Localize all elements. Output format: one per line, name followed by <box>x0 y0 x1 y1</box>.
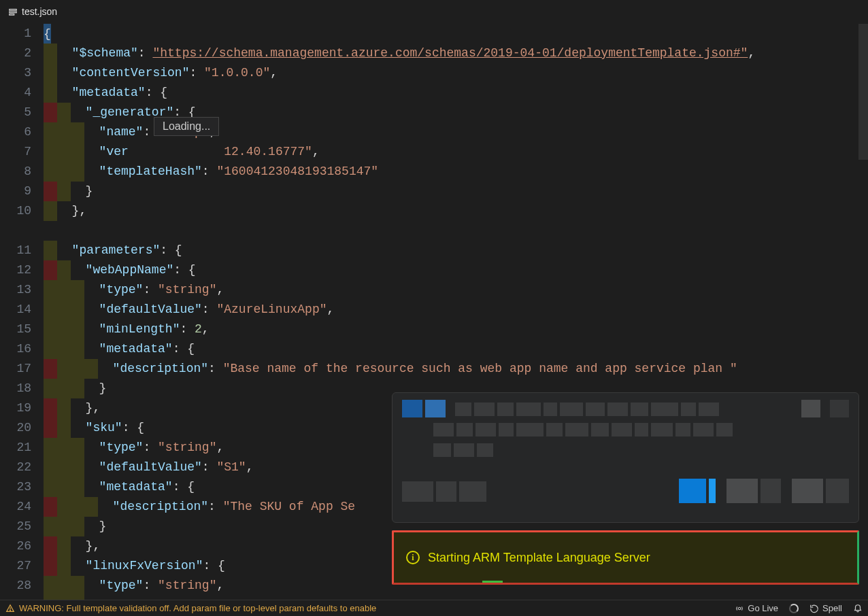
loading-tooltip: Loading... <box>154 117 219 136</box>
svg-point-4 <box>10 610 10 611</box>
redacted-panel <box>392 392 859 523</box>
svg-rect-0 <box>10 10 17 11</box>
tooltip-text: Loading... <box>163 120 210 132</box>
tab-bar: test.json <box>0 0 868 24</box>
notification-toast[interactable]: i Starting ARM Template Language Server <box>392 530 859 585</box>
status-spell[interactable]: Spell <box>809 603 842 613</box>
svg-point-5 <box>739 607 741 610</box>
status-bar: WARNING: Full template validation off. A… <box>0 600 868 616</box>
line-gutter: 1234567891011121314151617181920212223242… <box>0 24 44 600</box>
notification-message: Starting ARM Template Language Server <box>428 551 650 565</box>
info-icon: i <box>406 551 420 564</box>
status-warning-text[interactable]: WARNING: Full template validation off. A… <box>19 603 376 613</box>
file-icon <box>8 7 18 16</box>
svg-rect-1 <box>10 12 17 13</box>
tab-testjson[interactable]: test.json <box>0 0 65 23</box>
progress-bar <box>394 581 857 583</box>
status-go-live[interactable]: Go Live <box>735 603 778 613</box>
status-bell[interactable] <box>853 604 863 613</box>
tab-filename: test.json <box>22 6 57 17</box>
minimap-scrollbar[interactable] <box>858 24 868 160</box>
warning-icon <box>5 604 15 613</box>
loading-spinner-icon <box>789 604 799 613</box>
svg-rect-2 <box>10 14 14 16</box>
status-spinner <box>789 604 799 613</box>
